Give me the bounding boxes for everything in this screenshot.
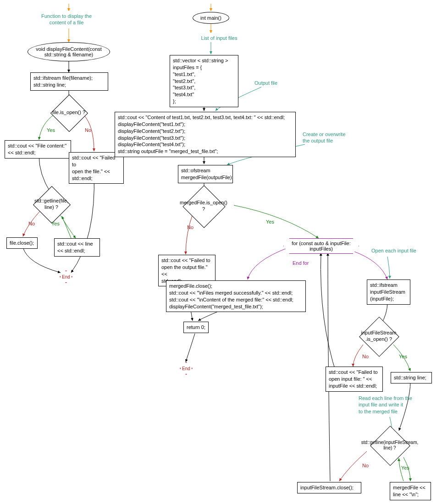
block-display-calls: std::cout << "Content of test1.txt, test… [115, 112, 296, 157]
return-0: return 0; [183, 322, 209, 333]
label-no: No [362, 463, 369, 468]
ifstream-decl: std::ifstream inputFileStream (inputFile… [367, 279, 410, 305]
label-yes: Yes [399, 354, 407, 359]
ofstream-decl: std::ofstream mergedFile(outputFile); [178, 165, 233, 183]
comment-read-each: Read each line from the input file and w… [359, 395, 427, 415]
label-no: No [187, 225, 193, 230]
main-func: int main() [193, 12, 229, 24]
close-instream: inputFileStream.close(); [297, 482, 361, 493]
comment-create-overwrite: Create or overwrite the output file [303, 131, 362, 144]
label-yes: Yes [47, 127, 55, 133]
label-no: No [362, 354, 369, 359]
left-print-header: std::cout << "File content:" << std::end… [5, 140, 71, 159]
after-merge-block: mergedFile.close(); std::cout << "\nFile… [166, 280, 306, 312]
cond-instream-open: inputFileStream .is_open() ? [365, 323, 392, 350]
label-endfor: End for [293, 260, 309, 266]
left-print-line: std::cout << line << std::endl; [54, 238, 100, 257]
for-loop: for (const auto & inputFile: inputFiles) [283, 238, 359, 254]
comment-func-display: Function to display the content of a fil… [25, 13, 108, 26]
cond-file-open: file.is_open() ? [56, 100, 82, 126]
cond-merged-open: mergedFile.is_open() ? [189, 192, 218, 221]
label-no: No [85, 127, 91, 133]
label-no: No [28, 221, 35, 226]
func-signature: void displayFileContent(const std::strin… [28, 42, 110, 61]
vec-inputfiles: std::vector < std::string > inputFiles =… [170, 55, 238, 107]
cond-getline: std::getline(file, line) ? [39, 192, 64, 217]
left-close: file.close(); [6, 237, 38, 249]
write-line: mergedFile << line << "\n"; [390, 482, 431, 500]
left-end: End [60, 270, 72, 283]
left-decl: std::ifstream file(filename); std::strin… [30, 72, 108, 91]
right-end: End [180, 362, 193, 375]
cond-getline2: std::getline(inputFileStream, line) ? [376, 432, 403, 459]
decl-line: std::string line; [391, 372, 432, 383]
fail-input: std::cout << "Failed to open input file:… [326, 367, 383, 392]
comment-list-files: List of input files [192, 35, 247, 41]
comment-output-file: Output file [254, 80, 277, 86]
label-yes: Yes [401, 465, 409, 471]
comment-open-each: Open each input file [371, 247, 431, 254]
label-yes: Yes [266, 219, 274, 225]
label-yes: Yes [51, 221, 60, 226]
